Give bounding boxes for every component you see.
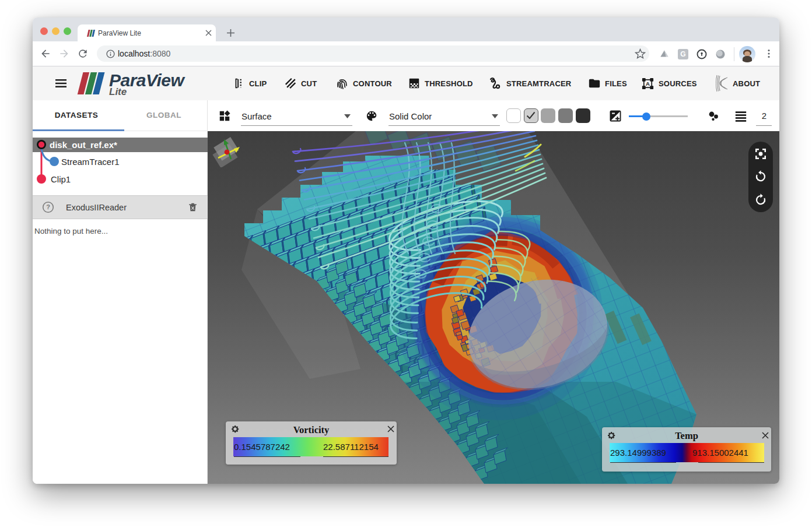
svg-text:A: A: [646, 80, 650, 86]
svg-text:?: ?: [46, 203, 50, 210]
